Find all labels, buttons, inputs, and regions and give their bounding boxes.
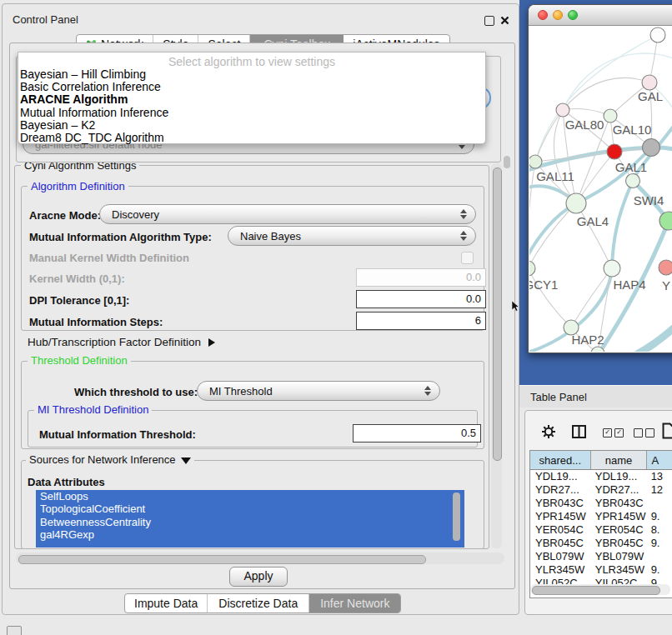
network-window-titlebar[interactable]	[529, 5, 672, 26]
algorithm-option[interactable]: Dream8 DC_TDC Algorithm	[20, 132, 484, 144]
table-cell[interactable]: 8.	[648, 523, 672, 537]
which-threshold-combo[interactable]: MI Threshold	[197, 381, 440, 401]
data-attribute-item[interactable]: TopologicalCoefficient	[36, 502, 464, 515]
network-node-pink-top-node[interactable]	[642, 75, 657, 90]
network-node-GCY1[interactable]	[529, 261, 535, 276]
column-header-truncated[interactable]: A	[647, 451, 672, 469]
node-label: GAL4	[577, 214, 609, 228]
algorithm-option[interactable]: Mutual Information Inference	[20, 107, 484, 119]
algorithm-option[interactable]: ARACNE Algorithm	[20, 93, 484, 106]
table-cell[interactable]: 13	[648, 470, 672, 483]
table-cell[interactable]: YBL079W	[530, 550, 591, 563]
node-label: HAP4	[613, 278, 645, 292]
minimize-traffic-light[interactable]	[553, 10, 563, 20]
columns-icon[interactable]	[572, 425, 586, 438]
table-hscrollbar-thumb[interactable]	[532, 586, 660, 595]
select-all-columns-icon[interactable]: ✓✓	[603, 428, 624, 438]
mi-type-combo[interactable]: Naive Bayes	[228, 226, 476, 246]
column-header-name[interactable]: name	[591, 451, 648, 469]
table-cell[interactable]: 9.	[648, 510, 672, 523]
table-row[interactable]: YBL079WYBL079W	[530, 550, 672, 563]
network-node-GAL11[interactable]	[529, 155, 542, 168]
table-cell[interactable]: YLR345W	[530, 563, 591, 577]
table-header-row: shared... name A	[530, 451, 672, 470]
table-row[interactable]: YLR345WYLR345W9.	[530, 563, 672, 577]
table-row[interactable]: YPR145WYPR145W9.	[530, 510, 672, 523]
manual-kernel-checkbox[interactable]	[461, 252, 474, 264]
data-attribute-item[interactable]: BetweennessCentrality	[36, 516, 464, 528]
table-cell[interactable]: YBR045C	[530, 537, 591, 550]
close-panel-icon[interactable]	[500, 16, 509, 25]
network-node-SWI4[interactable]	[626, 174, 640, 188]
network-node-Y-node[interactable]	[659, 260, 672, 275]
table-cell[interactable]: YDL19...	[530, 470, 591, 483]
table-cell[interactable]: YER054C	[591, 523, 648, 537]
table-cell[interactable]: YBR043C	[530, 497, 591, 510]
algorithm-option[interactable]: Bayesian – K2	[20, 119, 484, 132]
manual-kernel-label: Manual Kernel Width Definition	[29, 252, 189, 264]
table-cell[interactable]: YPR145W	[530, 510, 591, 523]
table-row[interactable]: YDR27...YDR27...12	[530, 483, 672, 497]
tab-discretize-data[interactable]: Discretize Data	[208, 594, 309, 612]
upper-scrollbar-thumb[interactable]	[504, 156, 510, 168]
deselect-all-columns-icon[interactable]	[634, 428, 654, 438]
document-icon[interactable]	[662, 422, 672, 439]
upper-scrollbar-track[interactable]	[502, 56, 512, 161]
table-cell[interactable]: YBL079W	[591, 550, 648, 563]
table-cell[interactable]: YPR145W	[591, 510, 648, 523]
sources-group-title[interactable]: Sources for Network Inference	[26, 454, 194, 465]
network-node-top-node[interactable]	[650, 28, 665, 42]
hub-definition-expander[interactable]: Hub/Transcription Factor Definition	[28, 336, 215, 348]
algorithm-definition-title: Algorithm Definition	[28, 181, 128, 192]
network-canvas[interactable]: GALGAL80GAL10GAL1GAL11SWI4GAL4GCY1HAP4YH…	[529, 26, 672, 352]
table-cell[interactable]	[648, 497, 672, 510]
network-node-GAL10[interactable]	[604, 109, 617, 122]
network-node-GAL4[interactable]	[566, 193, 586, 213]
aracne-mode-combo[interactable]: Discovery	[99, 204, 476, 224]
mi-steps-field[interactable]: 6	[356, 312, 486, 330]
network-desktop: GALGAL80GAL10GAL1GAL11SWI4GAL4GCY1HAP4YH…	[519, 0, 672, 385]
minimized-panel-icon[interactable]	[7, 626, 22, 635]
algorithm-option[interactable]: Basic Correlation Inference	[20, 81, 484, 93]
network-edge	[535, 110, 563, 162]
node-label: HAP2	[571, 332, 604, 347]
table-cell[interactable]: 9.	[648, 563, 672, 577]
table-cell[interactable]: 9.	[648, 537, 672, 550]
float-panel-icon[interactable]	[484, 16, 494, 26]
table-cell[interactable]: YER054C	[530, 523, 591, 537]
zoom-traffic-light[interactable]	[568, 10, 578, 20]
column-header-shared-name[interactable]: shared...	[530, 451, 591, 469]
table-cell[interactable]: YDL19...	[591, 470, 648, 483]
data-attributes-list: SelfLoopsTopologicalCoefficientBetweenne…	[36, 490, 464, 548]
table-row[interactable]: YBR043CYBR043C	[530, 497, 672, 510]
close-traffic-light[interactable]	[538, 10, 548, 20]
table-cell[interactable]: YBR043C	[591, 497, 648, 510]
network-node-GAL1[interactable]	[607, 144, 622, 159]
data-attribute-item[interactable]: gal4RGexp	[36, 528, 464, 541]
network-node-gray-node[interactable]	[643, 139, 660, 157]
table-cell[interactable]: YDR27...	[591, 483, 648, 497]
table-row[interactable]: YDL19...YDL19...13	[530, 470, 672, 483]
dpi-tolerance-field[interactable]: 0.0	[356, 290, 486, 308]
settings-hscrollbar-thumb[interactable]	[18, 555, 426, 564]
table-cell[interactable]: YDR27...	[530, 483, 591, 497]
table-cell[interactable]: YBR045C	[591, 537, 648, 550]
table-cell[interactable]: 12	[648, 483, 672, 497]
mi-type-label: Mutual Information Algorithm Type:	[29, 231, 212, 243]
tab-impute-data[interactable]: Impute Data	[125, 594, 208, 612]
data-attribute-item[interactable]: SelfLoops	[36, 490, 464, 502]
mi-threshold-field[interactable]: 0.5	[353, 424, 481, 442]
network-node-GAL80[interactable]	[556, 103, 569, 117]
table-row[interactable]: YER054CYER054C8.	[530, 523, 672, 537]
attribute-list-scrollbar[interactable]	[453, 492, 460, 541]
network-node-HAP4[interactable]	[604, 260, 620, 277]
table-row[interactable]: YBR045CYBR045C9.	[530, 537, 672, 550]
table-cell[interactable]	[648, 550, 672, 563]
tab-infer-network[interactable]: Infer Network	[309, 594, 400, 612]
settings-scrollbar-thumb[interactable]	[493, 168, 502, 461]
kernel-width-field[interactable]: 0.0	[356, 268, 486, 287]
apply-button[interactable]: Apply	[229, 567, 288, 587]
gear-icon[interactable]	[541, 424, 556, 439]
table-cell[interactable]: YLR345W	[591, 563, 648, 577]
algorithm-option[interactable]: Bayesian – Hill Climbing	[20, 68, 484, 81]
